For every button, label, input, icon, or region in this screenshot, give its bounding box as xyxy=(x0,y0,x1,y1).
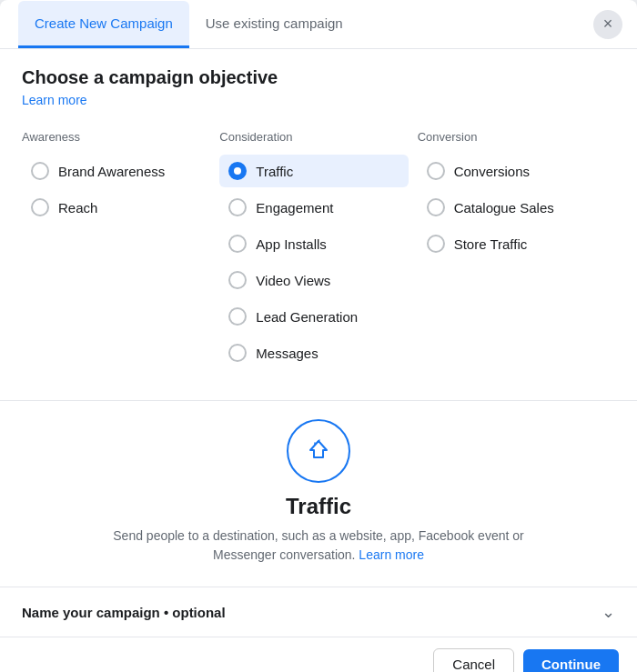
radio-store-traffic xyxy=(427,235,445,253)
radio-app-installs xyxy=(228,235,247,253)
cancel-button[interactable]: Cancel xyxy=(433,648,514,672)
traffic-icon xyxy=(305,437,332,465)
option-lead-generation[interactable]: Lead Generation xyxy=(219,300,408,333)
radio-conversions xyxy=(427,162,445,180)
chevron-down-icon: ⌄ xyxy=(602,602,615,622)
option-reach[interactable]: Reach xyxy=(22,191,210,224)
option-label-app-installs: App Installs xyxy=(256,236,327,252)
column-conversion: Conversion Conversions Catalogue Sales S… xyxy=(418,130,615,373)
modal-body: Choose a campaign objective Learn more A… xyxy=(0,49,637,391)
modal-header: Create New Campaign Use existing campaig… xyxy=(0,0,637,49)
tab-existing[interactable]: Use existing campaign xyxy=(189,1,359,48)
learn-more-link[interactable]: Learn more xyxy=(22,93,87,107)
radio-catalogue-sales xyxy=(427,198,445,216)
column-label-awareness: Awareness xyxy=(22,130,210,144)
continue-button[interactable]: Continue xyxy=(523,649,619,672)
selected-objective-display: Traffic Send people to a destination, su… xyxy=(0,400,637,587)
option-video-views[interactable]: Video Views xyxy=(219,264,408,296)
selected-icon-circle xyxy=(287,419,350,483)
name-campaign-row[interactable]: Name your campaign • optional ⌄ xyxy=(0,587,637,637)
option-label-messages: Messages xyxy=(256,346,318,361)
option-label-video-views: Video Views xyxy=(256,273,330,288)
option-label-conversions: Conversions xyxy=(454,164,530,179)
radio-reach xyxy=(31,198,49,216)
option-engagement[interactable]: Engagement xyxy=(219,191,408,224)
radio-traffic xyxy=(228,162,247,180)
option-conversions[interactable]: Conversions xyxy=(418,155,606,187)
option-catalogue-sales[interactable]: Catalogue Sales xyxy=(418,191,606,224)
radio-messages xyxy=(228,344,247,362)
option-store-traffic[interactable]: Store Traffic xyxy=(418,227,606,260)
option-label-lead-generation: Lead Generation xyxy=(256,309,358,325)
option-label-catalogue-sales: Catalogue Sales xyxy=(454,200,554,216)
option-traffic[interactable]: Traffic xyxy=(219,155,408,187)
selected-objective-title: Traffic xyxy=(286,494,351,519)
radio-engagement xyxy=(228,198,247,216)
section-title: Choose a campaign objective xyxy=(22,67,615,88)
column-consideration: Consideration Traffic Engagement App Ins… xyxy=(219,130,417,373)
radio-lead-generation xyxy=(228,307,247,326)
option-label-reach: Reach xyxy=(58,200,97,216)
column-awareness: Awareness Brand Awareness Reach xyxy=(22,130,219,373)
option-label-engagement: Engagement xyxy=(256,200,333,216)
option-messages[interactable]: Messages xyxy=(219,336,408,369)
radio-brand-awareness xyxy=(31,162,49,180)
objectives-grid: Awareness Brand Awareness Reach Consider… xyxy=(22,130,615,373)
name-campaign-label: Name your campaign • optional xyxy=(22,605,226,620)
modal-footer: Cancel Continue xyxy=(0,637,637,672)
radio-video-views xyxy=(228,271,247,289)
tab-create-new[interactable]: Create New Campaign xyxy=(18,1,189,48)
column-label-consideration: Consideration xyxy=(219,130,408,144)
selected-learn-more-link[interactable]: Learn more xyxy=(359,547,424,562)
option-label-store-traffic: Store Traffic xyxy=(454,236,528,252)
option-label-traffic: Traffic xyxy=(256,164,293,179)
column-label-conversion: Conversion xyxy=(418,130,606,144)
modal-dialog: Create New Campaign Use existing campaig… xyxy=(0,0,637,672)
option-label-brand-awareness: Brand Awareness xyxy=(58,164,165,179)
selected-objective-description: Send people to a destination, such as a … xyxy=(91,527,546,565)
option-app-installs[interactable]: App Installs xyxy=(219,227,408,260)
close-button[interactable]: × xyxy=(593,10,622,39)
option-brand-awareness[interactable]: Brand Awareness xyxy=(22,155,210,187)
